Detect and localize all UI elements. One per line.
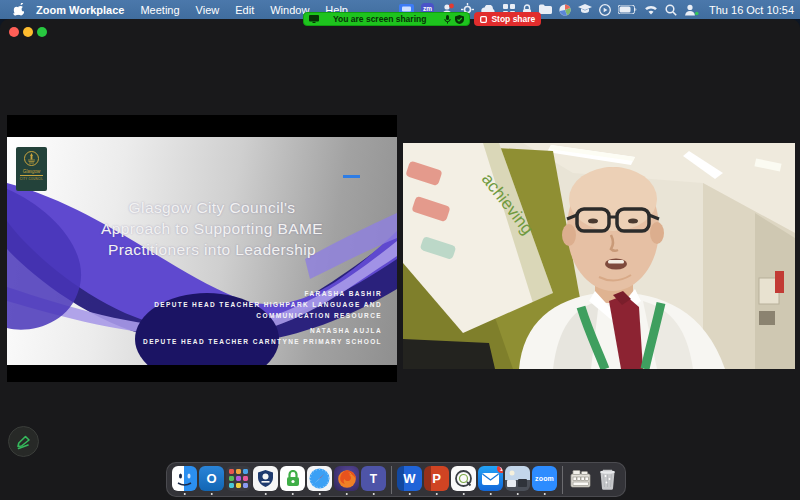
dock-safari-icon[interactable] [307, 464, 332, 495]
presentation-slide: Glasgow CITY COUNCIL Glasgow City Counci… [7, 137, 397, 365]
dock-lock-app-icon[interactable] [280, 464, 305, 495]
user-account-icon[interactable] [684, 3, 699, 17]
menu-meeting[interactable]: Meeting [140, 4, 179, 16]
dock-outlook-icon[interactable]: O [199, 464, 224, 495]
wifi-icon[interactable] [644, 3, 658, 17]
dock-zoom-icon[interactable]: zoom [532, 464, 557, 495]
battery-icon [618, 3, 637, 17]
spotlight-search-icon[interactable] [665, 3, 677, 17]
slide-presenters: FARASHA BASHIR DEPUTE HEAD TEACHER HIGHP… [92, 284, 382, 347]
annotate-button[interactable] [8, 426, 39, 457]
menu-view[interactable]: View [196, 4, 220, 16]
dock-firefox-icon[interactable] [334, 464, 359, 495]
dock-quicktime-icon[interactable] [451, 464, 476, 495]
mail-badge: 1 [497, 466, 503, 473]
slide-accent-dash [343, 175, 360, 178]
presenter-role: DEPUTE HEAD TEACHER HIGHPARK LANGUAGE AN… [92, 299, 382, 321]
dock-word-icon[interactable]: W [397, 464, 422, 495]
dock-trash-icon[interactable] [595, 464, 620, 495]
logo-text: Glasgow [23, 169, 41, 174]
presenter-name: NATASHA AUJLA [92, 325, 382, 336]
presenter-name: FARASHA BASHIR [92, 288, 382, 299]
window-close-button[interactable] [9, 27, 19, 37]
stop-share-label: Stop share [491, 14, 535, 24]
sharing-screen-icon [309, 15, 319, 23]
slide-title: Glasgow City Council's Approach to Suppo… [22, 197, 397, 260]
participant-video-tile[interactable]: achieving [403, 143, 795, 369]
sharing-banner-label: You are screen sharing [323, 14, 440, 24]
graduation-cap-icon[interactable] [578, 3, 592, 17]
menu-edit[interactable]: Edit [235, 4, 254, 16]
participant-video-scene: achieving [403, 143, 795, 369]
apple-menu-icon[interactable] [13, 3, 24, 16]
pencil-icon [16, 434, 32, 450]
stop-icon [480, 16, 487, 23]
active-app-name[interactable]: Zoom Workplace [36, 4, 124, 16]
stop-share-button[interactable]: Stop share [474, 12, 541, 26]
menubar-clock[interactable]: Thu 16 Oct 10:54 [709, 4, 794, 16]
dock-separator [562, 466, 563, 494]
microphone-icon[interactable] [444, 15, 451, 24]
shared-screen-pane: Glasgow CITY COUNCIL Glasgow City Counci… [7, 115, 397, 382]
dock-mail-icon[interactable]: 1 [478, 464, 503, 495]
security-shield-icon[interactable] [455, 15, 464, 24]
dock-file-cabinet-icon[interactable] [568, 464, 593, 495]
dock-powerpoint-icon[interactable]: P [424, 464, 449, 495]
color-wheel-icon[interactable] [559, 3, 571, 17]
dock: O T W P 1 zoom [166, 462, 626, 497]
dock-finder-icon[interactable] [172, 464, 197, 495]
logo-subtext: CITY COUNCIL [20, 175, 43, 181]
dock-council-app-icon[interactable] [253, 464, 278, 495]
window-zoom-button[interactable] [37, 27, 47, 37]
dock-separator [391, 466, 392, 494]
dock-launchpad-icon[interactable] [226, 464, 251, 495]
presenter-role: DEPUTE HEAD TEACHER CARNTYNE PRIMARY SCH… [92, 336, 382, 347]
screen-sharing-banner[interactable]: You are screen sharing [303, 12, 470, 26]
play-circle-icon[interactable] [599, 3, 611, 17]
window-minimize-button[interactable] [23, 27, 33, 37]
council-crest-icon [24, 151, 39, 166]
dock-teams-icon[interactable]: T [361, 464, 386, 495]
glasgow-city-council-logo: Glasgow CITY COUNCIL [16, 147, 47, 191]
dock-preview-window-icon[interactable] [505, 464, 530, 495]
